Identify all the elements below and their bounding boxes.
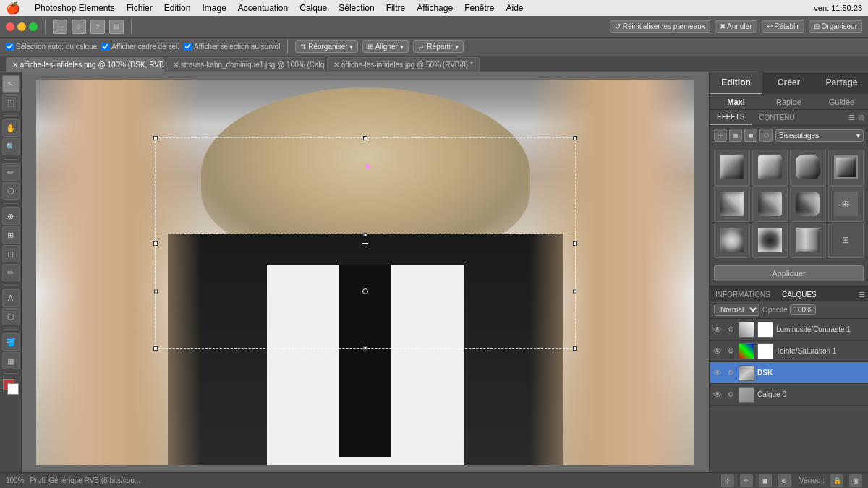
tool-icon-3[interactable]: ? <box>90 20 105 34</box>
panel-tab-edition[interactable]: Edition <box>710 72 762 94</box>
doc-tab-1[interactable]: ✕ affiche-les-infideles.png @ 100% (DSK,… <box>6 57 165 72</box>
info-tab-informations[interactable]: INFORMATIONS <box>710 287 776 301</box>
bevel-item-1[interactable] <box>714 150 750 186</box>
repartir-btn[interactable]: ↔ Répartir ▾ <box>413 40 464 53</box>
tool-eraser[interactable]: ◻ <box>2 245 20 262</box>
bevel-item-9[interactable] <box>714 223 750 259</box>
opt-afficher-selection[interactable]: Afficher sélection au survol <box>184 43 280 51</box>
status-tool-1[interactable]: ⊹ <box>721 474 734 487</box>
doc-tab-3[interactable]: ✕ affiche-les-infideles.jpg @ 50% (RVB/8… <box>327 57 480 72</box>
tool-move[interactable]: ↖ <box>2 75 20 93</box>
app-name-menu[interactable]: Photoshop Elements <box>29 3 121 13</box>
menu-selection[interactable]: Sélection <box>333 3 380 13</box>
effects-icon-1[interactable]: ⊹ <box>714 129 727 142</box>
menu-fenetre[interactable]: Fenêtre <box>459 3 500 13</box>
layer-3-visibility[interactable]: 👁 <box>712 368 723 378</box>
effects-icon-3[interactable]: ◼ <box>744 129 757 142</box>
doc-tab-2[interactable]: ✕ strauss-kahn_dominique1.jpg @ 100% (Ca… <box>166 57 326 72</box>
menu-image[interactable]: Image <box>196 3 231 13</box>
status-trash[interactable]: 🗑 <box>849 474 862 487</box>
layer-2-settings[interactable]: ⚙ <box>726 346 736 356</box>
layer-row-2[interactable]: 👁 ⚙ Teinte/Saturation 1 <box>710 341 868 362</box>
maximize-window-btn[interactable] <box>29 22 38 31</box>
tool-heal[interactable]: ⊕ <box>2 207 20 225</box>
retablir-btn[interactable]: ↩ Rétablir <box>762 20 804 33</box>
tool-paint-bucket[interactable]: 🪣 <box>2 333 20 351</box>
tool-icon-4[interactable]: ⊞ <box>109 20 124 34</box>
panel-icon-grid[interactable]: ⊞ <box>858 114 864 121</box>
opacity-input[interactable] <box>790 304 816 315</box>
calques-panel-menu[interactable]: ☰ <box>859 290 868 299</box>
afficher-cadre-checkbox[interactable] <box>101 43 109 51</box>
menu-calque[interactable]: Calque <box>294 3 333 13</box>
bevel-item-4[interactable] <box>828 150 864 186</box>
effects-tab-effets[interactable]: EFFETS <box>710 110 752 125</box>
lock-btn[interactable]: 🔒 <box>830 474 843 487</box>
tool-hand[interactable]: ✋ <box>2 119 20 137</box>
calques-menu-icon[interactable]: ☰ <box>859 291 865 299</box>
tool-gradient[interactable]: ▦ <box>2 352 20 369</box>
opt-selection-auto[interactable]: Sélection auto. du calque <box>6 43 97 51</box>
layer-1-settings[interactable]: ⚙ <box>726 325 736 335</box>
opt-afficher-cadre[interactable]: Afficher cadre de sél. <box>101 43 179 51</box>
afficher-selection-checkbox[interactable] <box>184 43 192 51</box>
layer-2-visibility[interactable]: 👁 <box>712 346 723 356</box>
effects-icon-2[interactable]: ▦ <box>729 129 742 142</box>
blend-mode-select[interactable]: Normal <box>714 304 760 316</box>
tool-text[interactable]: A <box>2 289 20 307</box>
effects-icon-4[interactable]: ⬡ <box>760 129 773 142</box>
organiseur-btn[interactable]: ⊞ Organiseur <box>809 20 862 33</box>
menu-accentuation[interactable]: Accentuation <box>232 3 294 13</box>
background-color[interactable] <box>7 383 19 395</box>
tool-brush[interactable]: ✏ <box>2 264 20 281</box>
bevel-item-7[interactable] <box>790 186 826 222</box>
canvas-content[interactable] <box>36 80 694 465</box>
tool-zoom[interactable]: 🔍 <box>2 138 20 155</box>
menu-filtre[interactable]: Filtre <box>380 3 412 13</box>
panel-tab-partage[interactable]: Partage <box>815 72 868 94</box>
info-tab-calques[interactable]: CALQUES <box>776 287 822 301</box>
tool-icon-2[interactable]: ⊹ <box>72 20 86 34</box>
menu-fichier[interactable]: Fichier <box>121 3 158 13</box>
layer-3-settings[interactable]: ⚙ <box>726 368 736 378</box>
bevel-item-8[interactable]: ⊕ <box>828 186 864 222</box>
minimize-window-btn[interactable] <box>17 22 26 31</box>
biseautages-dropdown[interactable]: Biseautages ▾ <box>775 129 864 142</box>
bevel-item-11[interactable] <box>790 223 826 259</box>
layer-4-settings[interactable]: ⚙ <box>726 390 736 400</box>
tool-marquee[interactable]: ⬚ <box>2 94 20 111</box>
mode-tab-guidee[interactable]: Guidée <box>815 94 868 109</box>
selection-auto-checkbox[interactable] <box>6 43 14 51</box>
status-tool-2[interactable]: ✏ <box>740 474 753 487</box>
panel-tab-creer[interactable]: Créer <box>762 72 815 94</box>
effects-tab-contenu[interactable]: CONTENU <box>752 110 801 125</box>
apple-icon[interactable]: 🍎 <box>6 1 20 15</box>
tool-crop[interactable]: ⬡ <box>2 182 20 200</box>
mode-tab-rapide[interactable]: Rapide <box>762 94 815 109</box>
bevel-item-6[interactable] <box>752 186 788 222</box>
aligner-btn[interactable]: ⊞ Aligner ▾ <box>362 40 408 53</box>
layer-row-3[interactable]: 👁 ⚙ DSK <box>710 362 868 384</box>
bevel-item-5[interactable] <box>714 186 750 222</box>
bevel-item-2[interactable] <box>752 150 788 186</box>
menu-edition[interactable]: Edition <box>158 3 197 13</box>
status-tool-4[interactable]: ⊕ <box>778 474 791 487</box>
status-tool-3[interactable]: ◼ <box>759 474 772 487</box>
tool-shape[interactable]: ⬡ <box>2 308 20 325</box>
layer-4-visibility[interactable]: 👁 <box>712 390 723 400</box>
layer-row-1[interactable]: 👁 ⚙ Luminosité/Contraste 1 <box>710 319 868 341</box>
bevel-item-10[interactable] <box>752 223 788 259</box>
bevel-item-12[interactable]: ⊞ <box>828 223 864 259</box>
panel-icon-list[interactable]: ☰ <box>848 114 855 121</box>
bevel-item-3[interactable] <box>790 150 826 186</box>
tool-eyedropper[interactable]: ✏ <box>2 163 20 181</box>
reorganiser-btn[interactable]: ⇅ Réorganiser ▾ <box>295 40 358 53</box>
menu-aide[interactable]: Aide <box>500 3 529 13</box>
annuler-btn[interactable]: ✖ Annuler <box>715 20 757 33</box>
reset-panels-btn[interactable]: ↺ Réinitialiser les panneaux <box>610 20 710 33</box>
layer-row-4[interactable]: 👁 ⚙ Calque 0 <box>710 384 868 406</box>
appliquer-button[interactable]: Appliquer <box>714 265 864 281</box>
tool-icon-1[interactable]: ⬚ <box>53 20 67 34</box>
mode-tab-maxi[interactable]: Maxi <box>710 94 762 109</box>
close-window-btn[interactable] <box>6 22 14 31</box>
